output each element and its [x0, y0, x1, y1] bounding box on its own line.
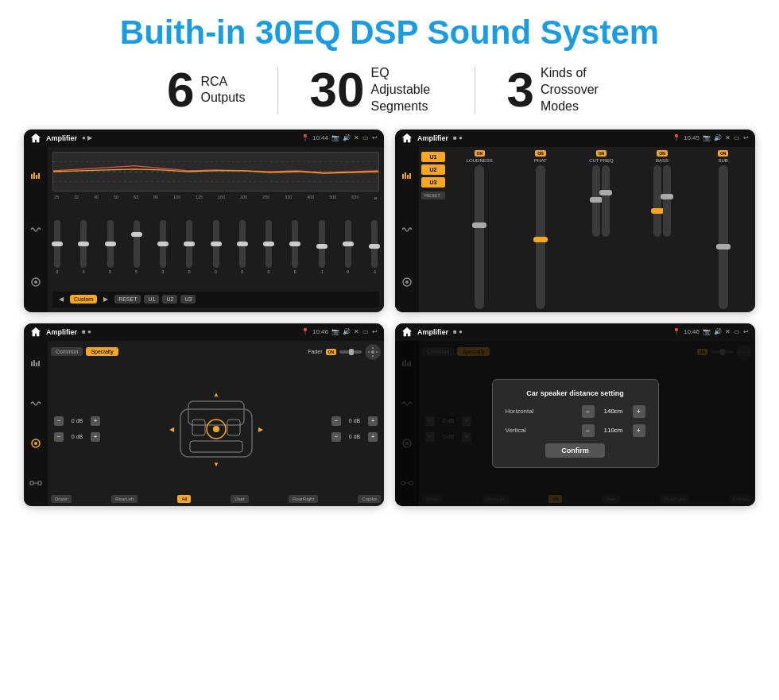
slider-2[interactable]: 0 [80, 220, 87, 274]
bass-slider-f[interactable] [653, 165, 661, 237]
status-left-4: Amplifier ■ ● [401, 327, 463, 338]
stat-crossover: 3 Kinds of Crossover Modes [475, 65, 644, 114]
dialog-title: Car speaker distance setting [506, 389, 645, 397]
u3-btn[interactable]: U3 [180, 295, 196, 304]
slider-9[interactable]: 0 [265, 220, 272, 274]
db-minus-lt[interactable]: − [54, 416, 64, 426]
reset-btn[interactable]: RESET [114, 295, 141, 304]
stat-number-rca: 6 [167, 65, 194, 114]
sub-slider[interactable] [719, 165, 728, 309]
all-btn[interactable]: All [177, 495, 191, 503]
loudness-slider[interactable] [475, 165, 484, 309]
wave-sidebar-icon[interactable] [28, 222, 44, 238]
back-icon-2[interactable]: ↩ [743, 134, 749, 141]
eq-bottom-bar: ◀ Custom ▶ RESET U1 U2 U3 [52, 292, 379, 307]
slider-4[interactable]: 5 [134, 220, 140, 274]
eq-icon-2[interactable] [399, 168, 415, 184]
u1-btn[interactable]: U1 [144, 295, 159, 304]
minimize-icon-4[interactable]: ▭ [734, 328, 740, 335]
slider-1[interactable]: 0 [54, 220, 60, 274]
vertical-label: Vertical [506, 427, 549, 434]
slider-8[interactable]: 0 [239, 220, 246, 274]
close-icon-1[interactable]: ✕ [354, 134, 359, 141]
db-plus-lt[interactable]: + [91, 416, 100, 426]
db-minus-rb[interactable]: − [331, 432, 341, 442]
slider-13[interactable]: -1 [371, 220, 378, 274]
horizontal-value: 140cm [598, 408, 630, 415]
phat-slider[interactable] [536, 165, 545, 309]
camera-icon-1: 📷 [331, 134, 339, 141]
home-icon-4[interactable] [401, 327, 413, 338]
db-minus-lb[interactable]: − [54, 432, 64, 442]
tab-common[interactable]: Common [51, 347, 83, 356]
back-icon-4[interactable]: ↩ [743, 328, 749, 335]
minimize-icon-3[interactable]: ▭ [362, 328, 369, 335]
bass-slider-g[interactable] [663, 165, 671, 237]
db-plus-lb[interactable]: + [91, 432, 100, 442]
close-icon-4[interactable]: ✕ [725, 328, 731, 335]
svg-point-14 [405, 280, 409, 284]
vertical-plus[interactable]: + [633, 424, 645, 437]
wave-icon-2[interactable] [399, 222, 415, 238]
fader-slider[interactable] [339, 347, 362, 357]
slider-6[interactable]: 0 [186, 220, 192, 274]
speaker-icon-2[interactable] [399, 274, 415, 290]
next-btn[interactable]: ▶ [100, 294, 111, 305]
vertical-stepper: − 110cm + [582, 424, 645, 437]
vertical-minus[interactable]: − [582, 424, 595, 437]
settings-btn[interactable] [365, 344, 381, 360]
rearleft-btn[interactable]: RearLeft [111, 495, 138, 503]
user-btn[interactable]: User [231, 495, 249, 503]
cutfreq-slider-f[interactable] [592, 165, 600, 237]
preset-u1[interactable]: U1 [421, 152, 445, 162]
close-icon-3[interactable]: ✕ [354, 328, 359, 335]
horizontal-minus[interactable]: − [582, 405, 595, 418]
car-diagram: ▲ ▼ ◀ ▶ [103, 363, 328, 495]
slider-12[interactable]: 0 [345, 220, 351, 274]
tab-specialty[interactable]: Specialty [86, 347, 118, 356]
close-icon-2[interactable]: ✕ [725, 134, 731, 141]
rearright-btn[interactable]: RearRight [289, 495, 318, 503]
amp-reset[interactable]: RESET [421, 191, 445, 199]
surround-icon-3[interactable] [28, 475, 44, 491]
freq-labels: 25 32 40 50 63 80 100 125 160 200 250 32… [52, 195, 379, 202]
custom-btn[interactable]: Custom [70, 295, 97, 304]
slider-11[interactable]: -1 [319, 220, 325, 274]
slider-7[interactable]: 0 [213, 220, 219, 274]
svg-point-26 [371, 350, 374, 354]
home-icon-1[interactable] [30, 133, 41, 144]
eq-sidebar-icon[interactable] [28, 168, 44, 184]
status-title-3: Amplifier [46, 328, 77, 336]
fader-on: ON [326, 349, 337, 355]
back-icon-3[interactable]: ↩ [372, 328, 378, 335]
prev-btn[interactable]: ◀ [56, 294, 67, 305]
wave-icon-3[interactable] [28, 396, 44, 412]
screen1-body: 25 32 40 50 63 80 100 125 160 200 250 32… [24, 147, 384, 312]
slider-5[interactable]: 0 [160, 220, 166, 274]
svg-rect-32 [227, 420, 240, 435]
db-plus-rb[interactable]: + [368, 432, 378, 442]
home-icon-3[interactable] [30, 327, 41, 338]
confirm-button[interactable]: Confirm [545, 443, 605, 458]
expand-icon[interactable]: » [374, 195, 377, 202]
home-icon-2[interactable] [401, 133, 413, 144]
status-right-2: 📍 10:45 📷 🔊 ✕ ▭ ↩ [672, 134, 749, 141]
horizontal-plus[interactable]: + [633, 405, 645, 418]
eq-icon-3[interactable] [28, 356, 44, 372]
minimize-icon-2[interactable]: ▭ [734, 134, 740, 141]
preset-u3[interactable]: U3 [421, 177, 445, 188]
speaker-sidebar-icon[interactable] [28, 274, 44, 290]
slider-3[interactable]: 0 [107, 220, 114, 274]
volume-icon-4: 🔊 [714, 328, 722, 335]
slider-10[interactable]: 0 [292, 220, 298, 274]
driver-btn[interactable]: Driver [51, 495, 72, 503]
u2-btn[interactable]: U2 [162, 295, 177, 304]
db-minus-rt[interactable]: − [331, 416, 341, 426]
cutfreq-slider-g[interactable] [602, 165, 610, 237]
speaker-icon-3[interactable] [28, 435, 44, 451]
back-icon-1[interactable]: ↩ [372, 134, 378, 141]
copilot-btn[interactable]: Copilot [358, 495, 381, 503]
minimize-icon-1[interactable]: ▭ [362, 134, 369, 141]
db-plus-rt[interactable]: + [368, 416, 378, 426]
preset-u2[interactable]: U2 [421, 164, 445, 175]
